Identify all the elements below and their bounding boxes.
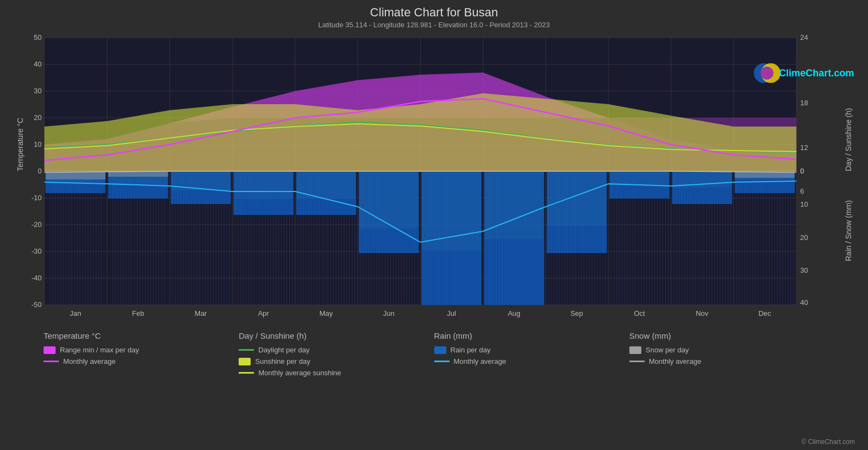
snow-swatch: [629, 346, 641, 354]
legend-sunshine-swatch: Sunshine per day: [239, 357, 434, 365]
svg-text:50: 50: [34, 33, 41, 41]
svg-text:Sep: Sep: [570, 309, 583, 317]
chart-area: 50 40 30 20 10 0 -10 -20 -30 -40 -50 24 …: [11, 32, 857, 327]
legend-temp-range: Range min / max per day: [44, 346, 239, 354]
legend-snow-title: Snow (mm): [629, 331, 824, 340]
svg-text:10: 10: [34, 140, 41, 148]
svg-text:Jul: Jul: [447, 309, 456, 317]
temp-range-swatch: [44, 346, 56, 354]
svg-text:Temperature °C: Temperature °C: [16, 118, 25, 171]
svg-text:ClimeChart.com: ClimeChart.com: [779, 68, 854, 79]
svg-text:Nov: Nov: [696, 309, 709, 317]
daylight-label: Daylight per day: [258, 346, 309, 354]
svg-text:Jun: Jun: [383, 309, 394, 317]
svg-text:-50: -50: [32, 301, 42, 309]
svg-text:Feb: Feb: [132, 309, 144, 317]
temp-range-label: Range min / max per day: [60, 346, 139, 354]
svg-text:-30: -30: [32, 247, 42, 255]
svg-text:6: 6: [800, 187, 804, 195]
legend-sunshine-avg: Monthly average sunshine: [239, 369, 434, 377]
legend-temp-title: Temperature °C: [44, 331, 239, 340]
svg-rect-46: [359, 229, 419, 253]
rain-avg-line: [434, 361, 450, 362]
legend-rain-swatch: Rain per day: [434, 346, 629, 354]
svg-text:20: 20: [800, 233, 808, 242]
svg-rect-44: [234, 199, 294, 215]
legend-sun-title: Day / Sunshine (h): [239, 331, 434, 340]
legend-temp-avg: Monthly average: [44, 357, 239, 365]
rain-swatch: [434, 346, 446, 354]
svg-rect-50: [610, 185, 670, 199]
chart-title: Climate Chart for Busan: [11, 5, 857, 20]
svg-rect-45: [296, 199, 356, 215]
chart-subtitle: Latitude 35.114 - Longitude 128.981 - El…: [11, 21, 857, 29]
svg-text:40: 40: [34, 60, 41, 68]
svg-text:24: 24: [800, 33, 808, 41]
sunshine-avg-label: Monthly average sunshine: [258, 369, 341, 377]
legend-rain: Rain (mm) Rain per day Monthly average: [434, 331, 629, 377]
svg-point-355: [761, 67, 774, 80]
sunshine-label: Sunshine per day: [255, 357, 310, 365]
rain-avg-label: Monthly average: [454, 357, 506, 365]
svg-text:40: 40: [800, 298, 808, 307]
rain-per-day-label: Rain per day: [451, 346, 491, 354]
daylight-line: [239, 349, 254, 351]
svg-text:30: 30: [34, 87, 41, 95]
snow-avg-line: [629, 361, 645, 362]
svg-text:Mar: Mar: [195, 309, 207, 317]
svg-text:0: 0: [800, 167, 804, 175]
sunshine-swatch: [239, 358, 251, 365]
copyright: © ClimeChart.com: [802, 438, 855, 446]
svg-text:May: May: [319, 309, 333, 317]
svg-text:-10: -10: [32, 194, 42, 202]
snow-per-day-label: Snow per day: [646, 346, 689, 354]
legend-rain-avg: Monthly average: [434, 357, 629, 365]
temp-avg-line: [44, 361, 59, 362]
legend-rain-title: Rain (mm): [434, 331, 629, 340]
svg-rect-43: [171, 190, 231, 204]
svg-text:Day / Sunshine (h): Day / Sunshine (h): [844, 108, 853, 171]
svg-rect-51: [672, 188, 732, 204]
svg-text:Aug: Aug: [508, 309, 520, 317]
sunshine-avg-line: [239, 372, 254, 374]
svg-text:12: 12: [800, 143, 808, 152]
svg-text:Apr: Apr: [258, 309, 269, 317]
svg-text:-40: -40: [32, 274, 42, 282]
svg-text:18: 18: [800, 99, 808, 107]
svg-text:Dec: Dec: [758, 309, 772, 317]
svg-text:Jan: Jan: [70, 309, 81, 317]
legend-area: Temperature °C Range min / max per day M…: [11, 331, 857, 377]
svg-rect-47: [422, 250, 482, 305]
legend-snow-swatch: Snow per day: [629, 346, 824, 354]
svg-text:30: 30: [800, 266, 808, 274]
svg-text:Rain / Snow (mm): Rain / Snow (mm): [844, 200, 853, 261]
svg-rect-48: [484, 239, 544, 305]
svg-rect-42: [108, 185, 168, 199]
svg-text:0: 0: [38, 167, 41, 175]
legend-snow-avg: Monthly average: [629, 357, 824, 365]
legend-snow: Snow (mm) Snow per day Monthly average: [629, 331, 824, 377]
snow-avg-label: Monthly average: [649, 357, 701, 365]
main-svg: 50 40 30 20 10 0 -10 -20 -30 -40 -50 24 …: [11, 32, 857, 327]
temp-avg-label: Monthly average: [63, 357, 116, 365]
legend-daylight: Daylight per day: [239, 346, 434, 354]
chart-container: Climate Chart for Busan Latitude 35.114 …: [0, 0, 868, 450]
svg-rect-49: [547, 226, 607, 253]
svg-text:Oct: Oct: [634, 309, 645, 317]
svg-text:10: 10: [800, 200, 808, 208]
svg-text:-20: -20: [32, 220, 42, 229]
svg-text:20: 20: [34, 113, 41, 122]
legend-sunshine: Day / Sunshine (h) Daylight per day Suns…: [239, 331, 434, 377]
legend-temperature: Temperature °C Range min / max per day M…: [44, 331, 239, 377]
